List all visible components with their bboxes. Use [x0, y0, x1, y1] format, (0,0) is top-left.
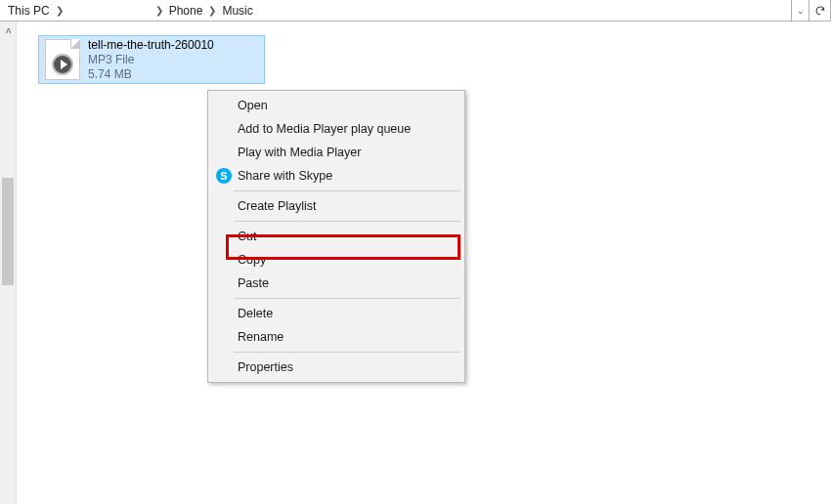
breadcrumb-phone[interactable]: Phone [165, 0, 207, 21]
file-item-selected[interactable]: tell-me-the-truth-260010 MP3 File 5.74 M… [38, 35, 265, 84]
menu-delete[interactable]: Delete [210, 302, 462, 325]
menu-label: Cut [238, 230, 256, 243]
menu-rename[interactable]: Rename [210, 325, 462, 349]
menu-label: Delete [238, 307, 273, 320]
menu-paste[interactable]: Paste [210, 272, 462, 295]
breadcrumb[interactable]: This PC ❯ ❯ Phone ❯ Music [0, 0, 791, 21]
menu-label: Rename [238, 330, 284, 344]
address-bar[interactable]: This PC ❯ ❯ Phone ❯ Music ⌄ [0, 0, 831, 21]
menu-open[interactable]: Open [210, 94, 462, 117]
menu-label: Play with Media Player [238, 146, 361, 159]
menu-separator [234, 298, 460, 299]
file-name: tell-me-the-truth-260010 [88, 38, 214, 53]
file-type: MP3 File [88, 53, 214, 67]
menu-label: Add to Media Player play queue [238, 122, 411, 136]
chevron-right-icon: ❯ [153, 5, 165, 16]
menu-label: Copy [238, 253, 266, 267]
refresh-button[interactable] [809, 0, 830, 21]
scroll-thumb[interactable] [2, 178, 14, 285]
skype-icon: S [215, 167, 233, 185]
menu-label: Properties [238, 360, 293, 374]
menu-label: Share with Skype [238, 169, 332, 183]
vertical-scrollbar[interactable]: ʌ [0, 21, 17, 504]
file-metadata: tell-me-the-truth-260010 MP3 File 5.74 M… [88, 38, 214, 82]
chevron-right-icon: ❯ [54, 5, 66, 16]
breadcrumb-device[interactable] [66, 0, 153, 21]
menu-share-with-skype[interactable]: S Share with Skype [210, 164, 462, 188]
menu-separator [234, 221, 460, 222]
menu-label: Create Playlist [238, 199, 317, 213]
menu-label: Open [238, 99, 268, 112]
mp3-file-icon [45, 39, 80, 80]
menu-create-playlist[interactable]: Create Playlist [210, 194, 462, 218]
breadcrumb-music[interactable]: Music [218, 0, 256, 21]
file-list-pane[interactable]: tell-me-the-truth-260010 MP3 File 5.74 M… [17, 21, 831, 504]
menu-play-with-media-player[interactable]: Play with Media Player [210, 141, 462, 164]
menu-separator [234, 352, 460, 353]
chevron-right-icon: ❯ [206, 5, 218, 16]
menu-copy[interactable]: Copy [210, 248, 462, 272]
menu-add-to-play-queue[interactable]: Add to Media Player play queue [210, 117, 462, 141]
address-history-dropdown[interactable]: ⌄ [791, 0, 809, 21]
file-size: 5.74 MB [88, 67, 214, 82]
play-overlay-icon [52, 54, 73, 75]
menu-separator [234, 190, 460, 191]
breadcrumb-root[interactable]: This PC [4, 0, 54, 21]
context-menu[interactable]: Open Add to Media Player play queue Play… [207, 90, 465, 383]
menu-cut[interactable]: Cut [210, 225, 462, 248]
scroll-up-button[interactable]: ʌ [0, 21, 16, 38]
refresh-icon [814, 5, 826, 17]
menu-properties[interactable]: Properties [210, 356, 462, 379]
menu-label: Paste [238, 276, 269, 290]
